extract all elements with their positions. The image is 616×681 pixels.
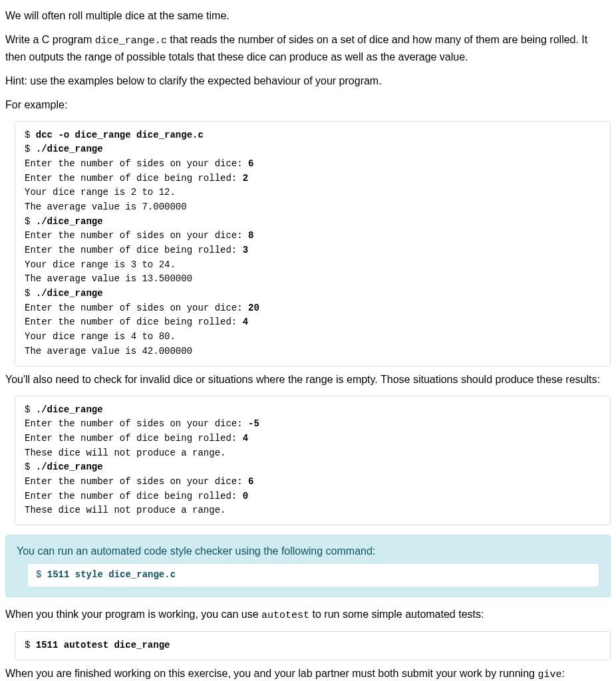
terminal-style: $ 1511 style dice_range.c	[27, 563, 599, 587]
check-invalid-paragraph: You'll also need to check for invalid di…	[5, 372, 611, 388]
intro2-text-a: Write a C program	[5, 34, 95, 45]
give-text-a: When you are finished working on this ex…	[5, 668, 538, 679]
intro2-code: dice_range.c	[95, 35, 167, 47]
autotest-text-b: to run some simple automated tests:	[309, 609, 484, 620]
terminal-example-1: $ dcc -o dice_range dice_range.c $ ./dic…	[15, 121, 611, 366]
for-example-label: For example:	[5, 97, 611, 113]
autotest-code: autotest	[261, 610, 309, 621]
tip-text: You can run an automated code style chec…	[17, 543, 599, 559]
terminal-example-2: $ ./dice_range Enter the number of sides…	[15, 396, 611, 526]
intro-paragraph-2: Write a C program dice_range.c that read…	[5, 32, 611, 65]
hint-paragraph: Hint: use the examples below to clarify …	[5, 73, 611, 89]
autotest-paragraph: When you think your program is working, …	[5, 607, 611, 624]
terminal-autotest: $ 1511 autotest dice_range	[15, 631, 611, 660]
give-text-b: :	[561, 668, 564, 679]
give-code: give	[538, 669, 561, 680]
intro-paragraph-1: We will often roll multiple dice at the …	[5, 8, 611, 24]
style-checker-tip: You can run an automated code style chec…	[5, 535, 611, 597]
give-paragraph: When you are finished working on this ex…	[5, 666, 611, 681]
autotest-text-a: When you think your program is working, …	[5, 609, 261, 620]
